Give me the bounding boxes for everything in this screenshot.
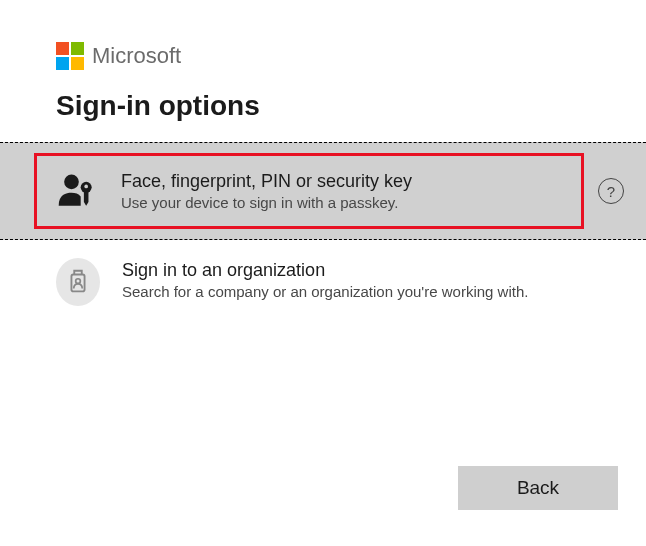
option-organization[interactable]: Sign in to an organization Search for a … (0, 240, 646, 324)
option-title: Sign in to an organization (122, 260, 590, 281)
option-desc: Search for a company or an organization … (122, 283, 590, 300)
option-title: Face, fingerprint, PIN or security key (121, 171, 563, 192)
option-passkey[interactable]: Face, fingerprint, PIN or security key U… (0, 142, 646, 240)
brand: Microsoft (56, 42, 646, 70)
option-desc: Use your device to sign in with a passke… (121, 194, 563, 211)
svg-point-5 (76, 279, 81, 284)
back-button[interactable]: Back (458, 466, 618, 510)
svg-rect-3 (84, 191, 89, 202)
brand-name: Microsoft (92, 43, 181, 69)
help-icon[interactable]: ? (598, 178, 624, 204)
svg-point-0 (64, 175, 79, 190)
passkey-icon (55, 169, 99, 213)
microsoft-logo-icon (56, 42, 84, 70)
highlight-box: Face, fingerprint, PIN or security key U… (34, 153, 584, 229)
svg-point-2 (84, 185, 88, 189)
page-title: Sign-in options (56, 90, 646, 122)
organization-icon (56, 260, 100, 304)
